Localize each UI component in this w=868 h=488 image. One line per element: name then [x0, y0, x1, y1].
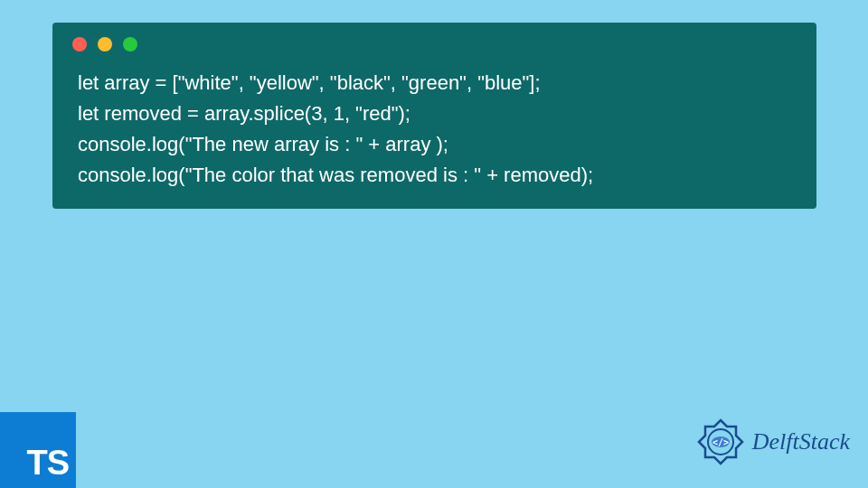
- code-content: let array = ["white", "yellow", "black",…: [52, 61, 816, 191]
- maximize-icon: [123, 37, 137, 52]
- typescript-label: TS: [26, 444, 69, 483]
- code-line: let removed = array.splice(3, 1, "red");: [78, 99, 791, 129]
- svg-text:</>: </>: [712, 437, 729, 447]
- code-line: console.log("The color that was removed …: [78, 160, 791, 191]
- typescript-badge: TS: [0, 412, 76, 488]
- minimize-icon: [98, 37, 112, 52]
- delftstack-logo: </> DelftStack: [694, 416, 850, 468]
- code-line: console.log("The new array is : " + arra…: [78, 129, 791, 160]
- code-line: let array = ["white", "yellow", "black",…: [78, 68, 791, 99]
- delftstack-icon: </>: [694, 416, 747, 468]
- close-icon: [72, 37, 87, 52]
- delftstack-label: DelftStack: [752, 428, 850, 455]
- code-window: let array = ["white", "yellow", "black",…: [52, 23, 816, 209]
- window-controls: [52, 23, 816, 61]
